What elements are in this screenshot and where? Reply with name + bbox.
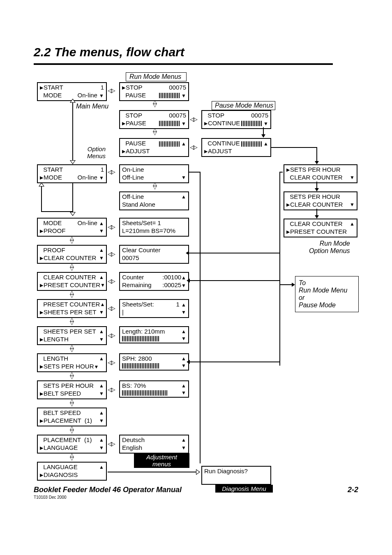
up-icon: ▲ [99,221,104,226]
val: 00075 [169,112,186,120]
txt: PROOF [44,227,65,234]
val: (1) [84,436,92,443]
txt: PRESET COUNTER [44,281,100,288]
txt: SHEETS PER SET [44,309,96,315]
arrow-icon [291,284,292,285]
up-icon: ▲ [99,383,104,389]
barcode-icon [159,141,180,147]
txt: Stand Alone [122,201,155,209]
menu-stop-pause-2: STOP00075 PAUSE ▼ [119,110,189,129]
up-icon: ▲ [99,410,104,416]
biconn-icon: ◁▷ [108,305,114,311]
menu-belt-placement: BELT SPEED▲ PLACEMENT (1)▼ [37,408,107,426]
menu-sph-clear-2: SETS PER HOUR CLEAR COUNTER▼ [284,191,357,210]
txt: CLEAR COUNTER [290,220,342,227]
menu-clear-counter-val: Clear Counter 00075 [119,245,189,264]
val: On-line [78,92,97,99]
menu-sph-clear-1: SETS PER HOUR CLEAR COUNTER▼ [284,164,357,183]
caret-icon [286,201,290,208]
footer-page: 2-2 [348,486,358,494]
menu-length-sets: LENGTH▲ SETS PER HOUR▼ [37,353,107,372]
txt: CLEAR COUNTER [290,201,343,208]
updown-icon: △▽ [67,454,76,460]
arrow-icon [263,134,264,134]
option-l1: Option [88,145,106,152]
txt: MODE [43,92,62,99]
val: 00075 [251,112,268,120]
txt: Run Diagnosis? [204,467,248,475]
val: 1 [101,84,104,92]
conn [279,284,291,285]
val: 1 [176,301,180,308]
conn [189,253,279,253]
menu-pause-adjust: PAUSE ▲ ADJUST [119,138,189,157]
menu-proof-clear: PROOF▲ CLEAR COUNTER▼ [37,245,107,264]
down-icon: ▼ [99,445,104,451]
barcode-icon [122,363,159,368]
down-icon: ▼ [263,121,268,127]
conn [200,172,201,463]
down-icon: ▼ [181,121,186,127]
biconn-icon: ◁▷ [108,251,114,257]
txt: PAUSE [125,140,146,147]
biconn-icon: ◁▷ [108,332,114,339]
up-icon: ▲ [100,302,105,308]
biconn-icon: ◁▷ [190,116,196,122]
barcode-icon [241,141,262,147]
open-right-icon [196,469,200,475]
menu-language-select: Deutsch▲ English▼ [119,435,189,454]
updown-icon: △▽ [150,182,159,189]
menu-placement-lang: PLACEMENT (1)▲ LANGUAGE▼ [37,435,107,454]
caret-icon [204,120,208,127]
conn [108,472,196,472]
down-icon: ▼ [94,364,99,370]
conn [189,172,201,173]
updown-icon: △▽ [67,345,76,352]
rm-l2: Option Menus [309,247,350,254]
biconn-icon: ◁▷ [108,87,114,94]
txt: PRESET COUNTER [43,301,100,308]
txt: English [122,444,142,452]
option-l2: Menus [87,152,106,159]
up-icon: ▲ [181,302,186,308]
up-icon: ▲ [181,356,186,362]
menu-sph-edit: SPH: 2800▲ ▼ [119,353,189,371]
biconn-icon: ◁▷ [108,278,114,284]
conn [263,127,264,134]
open-down-icon [70,212,76,216]
title-rule [34,63,333,65]
caret-icon [40,309,44,315]
updown-icon: △▽ [67,264,76,270]
up-icon: ▲ [99,464,104,470]
menu-preset-sheets: PRESET COUNTER▲ SHEETS PER SET▼ [37,299,107,318]
conn [190,362,279,362]
txt: LANGUAGE [43,463,77,470]
down-icon: ▼ [99,336,104,343]
conn [190,280,279,281]
txt: MODE [43,219,62,226]
caret-icon [40,417,44,424]
caret-icon [40,254,44,261]
txt: Off-Line [122,193,144,201]
txt: CONTINUE [208,120,240,127]
txt: DIAGNOSIS [44,471,78,478]
down-icon: ▼ [181,283,186,288]
arrow-icon [316,187,317,188]
up-icon: ▲ [181,437,186,443]
up-icon: ▲ [181,141,186,147]
up-icon: ▲ [99,274,104,281]
txt: SETS PER HOUR [43,382,94,389]
down-icon: ▼ [99,391,104,397]
txt: STOP [208,112,224,119]
menu-sheets-length: SHEETS PER SET▲ LENGTH▼ [37,326,107,345]
txt: MODE [44,174,62,181]
down-icon: ▼ [350,202,355,208]
updown-icon: △▽ [67,318,76,325]
up-icon: ▲ [263,141,268,147]
biconn-icon: ◁▷ [108,168,114,175]
arrow-icon [316,160,317,161]
barcode-icon [241,121,262,126]
txt: BELT SPEED [44,390,81,397]
txt: CLEAR COUNTER [43,274,96,281]
page-title: 2.2 The menus, flow chart [34,45,184,59]
